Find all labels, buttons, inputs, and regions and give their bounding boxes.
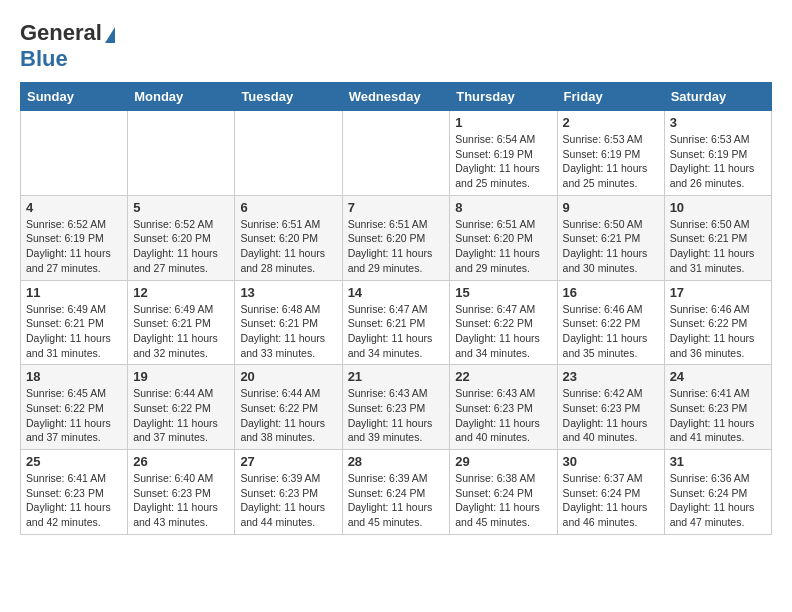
day-info: Sunrise: 6:39 AM Sunset: 6:23 PM Dayligh…: [240, 471, 336, 530]
day-number: 30: [563, 454, 659, 469]
day-info: Sunrise: 6:38 AM Sunset: 6:24 PM Dayligh…: [455, 471, 551, 530]
calendar-cell: 12Sunrise: 6:49 AM Sunset: 6:21 PM Dayli…: [128, 280, 235, 365]
day-info: Sunrise: 6:47 AM Sunset: 6:21 PM Dayligh…: [348, 302, 445, 361]
day-info: Sunrise: 6:53 AM Sunset: 6:19 PM Dayligh…: [563, 132, 659, 191]
day-number: 9: [563, 200, 659, 215]
day-info: Sunrise: 6:37 AM Sunset: 6:24 PM Dayligh…: [563, 471, 659, 530]
day-header-saturday: Saturday: [664, 83, 771, 111]
calendar-cell: 26Sunrise: 6:40 AM Sunset: 6:23 PM Dayli…: [128, 450, 235, 535]
calendar-cell: 8Sunrise: 6:51 AM Sunset: 6:20 PM Daylig…: [450, 195, 557, 280]
calendar-week-2: 4Sunrise: 6:52 AM Sunset: 6:19 PM Daylig…: [21, 195, 772, 280]
day-number: 26: [133, 454, 229, 469]
logo-blue-text: Blue: [20, 46, 68, 71]
calendar-cell: [342, 111, 450, 196]
calendar-cell: 15Sunrise: 6:47 AM Sunset: 6:22 PM Dayli…: [450, 280, 557, 365]
calendar-cell: 29Sunrise: 6:38 AM Sunset: 6:24 PM Dayli…: [450, 450, 557, 535]
day-info: Sunrise: 6:46 AM Sunset: 6:22 PM Dayligh…: [563, 302, 659, 361]
logo-triangle-icon: [105, 27, 115, 43]
day-number: 13: [240, 285, 336, 300]
day-number: 12: [133, 285, 229, 300]
day-info: Sunrise: 6:51 AM Sunset: 6:20 PM Dayligh…: [348, 217, 445, 276]
day-header-monday: Monday: [128, 83, 235, 111]
day-info: Sunrise: 6:51 AM Sunset: 6:20 PM Dayligh…: [240, 217, 336, 276]
logo-general-text: General: [20, 20, 102, 46]
day-number: 20: [240, 369, 336, 384]
calendar-cell: 6Sunrise: 6:51 AM Sunset: 6:20 PM Daylig…: [235, 195, 342, 280]
day-header-thursday: Thursday: [450, 83, 557, 111]
day-info: Sunrise: 6:45 AM Sunset: 6:22 PM Dayligh…: [26, 386, 122, 445]
day-number: 1: [455, 115, 551, 130]
day-number: 2: [563, 115, 659, 130]
calendar-cell: 23Sunrise: 6:42 AM Sunset: 6:23 PM Dayli…: [557, 365, 664, 450]
day-info: Sunrise: 6:40 AM Sunset: 6:23 PM Dayligh…: [133, 471, 229, 530]
day-number: 24: [670, 369, 766, 384]
calendar-cell: 5Sunrise: 6:52 AM Sunset: 6:20 PM Daylig…: [128, 195, 235, 280]
calendar-cell: 1Sunrise: 6:54 AM Sunset: 6:19 PM Daylig…: [450, 111, 557, 196]
day-info: Sunrise: 6:41 AM Sunset: 6:23 PM Dayligh…: [26, 471, 122, 530]
calendar-cell: 3Sunrise: 6:53 AM Sunset: 6:19 PM Daylig…: [664, 111, 771, 196]
day-info: Sunrise: 6:52 AM Sunset: 6:19 PM Dayligh…: [26, 217, 122, 276]
day-info: Sunrise: 6:42 AM Sunset: 6:23 PM Dayligh…: [563, 386, 659, 445]
header: General Blue: [20, 20, 772, 72]
day-number: 11: [26, 285, 122, 300]
calendar-cell: 16Sunrise: 6:46 AM Sunset: 6:22 PM Dayli…: [557, 280, 664, 365]
calendar-cell: 31Sunrise: 6:36 AM Sunset: 6:24 PM Dayli…: [664, 450, 771, 535]
day-number: 14: [348, 285, 445, 300]
calendar-cell: 19Sunrise: 6:44 AM Sunset: 6:22 PM Dayli…: [128, 365, 235, 450]
day-number: 6: [240, 200, 336, 215]
day-info: Sunrise: 6:50 AM Sunset: 6:21 PM Dayligh…: [670, 217, 766, 276]
calendar-cell: 25Sunrise: 6:41 AM Sunset: 6:23 PM Dayli…: [21, 450, 128, 535]
day-header-sunday: Sunday: [21, 83, 128, 111]
day-number: 8: [455, 200, 551, 215]
day-number: 19: [133, 369, 229, 384]
day-number: 17: [670, 285, 766, 300]
day-number: 29: [455, 454, 551, 469]
calendar-cell: 28Sunrise: 6:39 AM Sunset: 6:24 PM Dayli…: [342, 450, 450, 535]
day-info: Sunrise: 6:46 AM Sunset: 6:22 PM Dayligh…: [670, 302, 766, 361]
day-number: 27: [240, 454, 336, 469]
day-number: 18: [26, 369, 122, 384]
day-number: 5: [133, 200, 229, 215]
day-info: Sunrise: 6:43 AM Sunset: 6:23 PM Dayligh…: [455, 386, 551, 445]
day-header-tuesday: Tuesday: [235, 83, 342, 111]
calendar-cell: 30Sunrise: 6:37 AM Sunset: 6:24 PM Dayli…: [557, 450, 664, 535]
day-number: 3: [670, 115, 766, 130]
day-info: Sunrise: 6:48 AM Sunset: 6:21 PM Dayligh…: [240, 302, 336, 361]
day-number: 16: [563, 285, 659, 300]
day-number: 10: [670, 200, 766, 215]
day-info: Sunrise: 6:49 AM Sunset: 6:21 PM Dayligh…: [133, 302, 229, 361]
calendar-cell: 4Sunrise: 6:52 AM Sunset: 6:19 PM Daylig…: [21, 195, 128, 280]
day-number: 31: [670, 454, 766, 469]
calendar-week-5: 25Sunrise: 6:41 AM Sunset: 6:23 PM Dayli…: [21, 450, 772, 535]
day-number: 15: [455, 285, 551, 300]
calendar-cell: 27Sunrise: 6:39 AM Sunset: 6:23 PM Dayli…: [235, 450, 342, 535]
day-header-wednesday: Wednesday: [342, 83, 450, 111]
calendar-cell: 11Sunrise: 6:49 AM Sunset: 6:21 PM Dayli…: [21, 280, 128, 365]
calendar-cell: [128, 111, 235, 196]
day-number: 7: [348, 200, 445, 215]
calendar-cell: 17Sunrise: 6:46 AM Sunset: 6:22 PM Dayli…: [664, 280, 771, 365]
day-info: Sunrise: 6:51 AM Sunset: 6:20 PM Dayligh…: [455, 217, 551, 276]
day-number: 25: [26, 454, 122, 469]
calendar-week-4: 18Sunrise: 6:45 AM Sunset: 6:22 PM Dayli…: [21, 365, 772, 450]
day-number: 21: [348, 369, 445, 384]
calendar-cell: 9Sunrise: 6:50 AM Sunset: 6:21 PM Daylig…: [557, 195, 664, 280]
day-info: Sunrise: 6:44 AM Sunset: 6:22 PM Dayligh…: [133, 386, 229, 445]
calendar-cell: 20Sunrise: 6:44 AM Sunset: 6:22 PM Dayli…: [235, 365, 342, 450]
calendar-cell: [21, 111, 128, 196]
calendar-cell: 10Sunrise: 6:50 AM Sunset: 6:21 PM Dayli…: [664, 195, 771, 280]
day-info: Sunrise: 6:41 AM Sunset: 6:23 PM Dayligh…: [670, 386, 766, 445]
calendar-cell: [235, 111, 342, 196]
calendar-week-1: 1Sunrise: 6:54 AM Sunset: 6:19 PM Daylig…: [21, 111, 772, 196]
day-info: Sunrise: 6:44 AM Sunset: 6:22 PM Dayligh…: [240, 386, 336, 445]
day-info: Sunrise: 6:36 AM Sunset: 6:24 PM Dayligh…: [670, 471, 766, 530]
calendar-cell: 24Sunrise: 6:41 AM Sunset: 6:23 PM Dayli…: [664, 365, 771, 450]
header-row: SundayMondayTuesdayWednesdayThursdayFrid…: [21, 83, 772, 111]
day-info: Sunrise: 6:49 AM Sunset: 6:21 PM Dayligh…: [26, 302, 122, 361]
day-info: Sunrise: 6:43 AM Sunset: 6:23 PM Dayligh…: [348, 386, 445, 445]
page-container: General Blue SundayMondayTuesdayWednesda…: [20, 20, 772, 535]
day-info: Sunrise: 6:50 AM Sunset: 6:21 PM Dayligh…: [563, 217, 659, 276]
day-number: 28: [348, 454, 445, 469]
calendar-cell: 7Sunrise: 6:51 AM Sunset: 6:20 PM Daylig…: [342, 195, 450, 280]
day-info: Sunrise: 6:54 AM Sunset: 6:19 PM Dayligh…: [455, 132, 551, 191]
